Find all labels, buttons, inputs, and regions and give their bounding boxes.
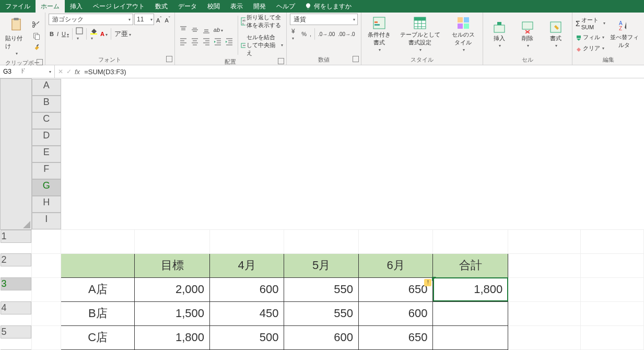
cell-E2[interactable]: 5月: [284, 253, 358, 277]
autosum-button[interactable]: Σ オート SUM▾: [576, 16, 605, 30]
tab-formulas[interactable]: 数式: [150, 0, 173, 13]
dialog-launcher-icon[interactable]: [353, 56, 359, 62]
cell-G4[interactable]: [433, 301, 508, 325]
tab-file[interactable]: ファイル: [0, 0, 36, 13]
tab-view[interactable]: 表示: [225, 0, 248, 13]
font-color-button[interactable]: A▾: [99, 30, 109, 38]
cell-B4[interactable]: B店: [61, 301, 135, 325]
cell-C3[interactable]: 2,000: [135, 277, 210, 301]
decrease-indent-button[interactable]: [213, 36, 223, 46]
grow-font-button[interactable]: Aˆ: [155, 15, 162, 25]
comma-button[interactable]: ,: [309, 30, 312, 38]
cell-D2[interactable]: 4月: [209, 253, 284, 277]
select-all-corner[interactable]: [1, 79, 32, 230]
dialog-launcher-icon[interactable]: [278, 58, 284, 64]
font-size-combo[interactable]: 11▾: [134, 14, 154, 25]
dialog-launcher-icon[interactable]: [166, 56, 172, 62]
merge-center-button[interactable]: セルを結合して中央揃え▾: [241, 33, 283, 57]
cell-D4[interactable]: 450: [209, 301, 284, 325]
col-header-B[interactable]: B: [32, 96, 61, 112]
col-header-C[interactable]: C: [32, 112, 61, 129]
wrap-text-button[interactable]: abc折り返して全体を表示する: [241, 14, 283, 29]
dialog-launcher-icon[interactable]: [37, 59, 43, 65]
format-cells-button[interactable]: 書式▾: [543, 19, 569, 50]
cell-G3[interactable]: 1,800: [433, 277, 508, 301]
col-header-I[interactable]: I: [32, 213, 61, 229]
align-right-button[interactable]: [201, 36, 212, 46]
cell-D3[interactable]: 600: [209, 277, 284, 301]
col-header-G[interactable]: G: [32, 179, 61, 196]
align-middle-button[interactable]: [190, 25, 200, 35]
delete-cells-button[interactable]: 削除▾: [514, 19, 541, 50]
cell-G5[interactable]: [433, 325, 508, 349]
cell-F3[interactable]: 650!: [358, 277, 432, 301]
insert-cells-button[interactable]: 挿入▾: [486, 19, 512, 50]
fx-icon[interactable]: fx: [75, 68, 80, 76]
cell-B5[interactable]: C店: [61, 325, 135, 349]
underline-button[interactable]: U▾: [61, 30, 70, 38]
tab-home[interactable]: ホーム: [36, 0, 65, 13]
cut-button[interactable]: [31, 19, 42, 30]
cell-E4[interactable]: 550: [284, 301, 358, 325]
col-header-F[interactable]: F: [32, 162, 61, 179]
row-header-2[interactable]: 2: [1, 253, 31, 266]
cell-D5[interactable]: 500: [209, 325, 284, 349]
cell-C5[interactable]: 1,800: [135, 325, 210, 349]
increase-indent-button[interactable]: [224, 36, 235, 46]
fill-button[interactable]: フィル▾: [576, 33, 605, 41]
format-painter-button[interactable]: [31, 42, 42, 53]
fill-color-button[interactable]: ▾: [89, 26, 98, 42]
tab-help[interactable]: ヘルプ: [271, 0, 300, 13]
tab-data[interactable]: データ: [173, 0, 202, 13]
italic-button[interactable]: I: [56, 30, 60, 38]
col-header-H[interactable]: H: [32, 196, 61, 213]
copy-button[interactable]: [31, 31, 42, 41]
error-warning-icon[interactable]: !: [424, 279, 431, 286]
clear-button[interactable]: クリア▾: [576, 44, 605, 52]
cell-B2[interactable]: [61, 253, 135, 277]
shrink-font-button[interactable]: Aˇ: [163, 15, 171, 25]
cell-F5[interactable]: 650: [358, 325, 432, 349]
sort-filter-button[interactable]: AZ並べ替フィルタ: [607, 18, 641, 51]
orientation-button[interactable]: ab▾: [213, 26, 224, 34]
cell-G2[interactable]: 合計: [433, 253, 508, 277]
cancel-icon[interactable]: ✕: [58, 68, 63, 75]
borders-button[interactable]: ▾: [75, 26, 84, 42]
bold-button[interactable]: B: [49, 30, 55, 38]
row-header-1[interactable]: 1: [1, 230, 31, 243]
align-left-button[interactable]: [178, 36, 189, 46]
conditional-format-button[interactable]: 条件付き書式▾: [365, 14, 393, 54]
tab-review[interactable]: 校閲: [202, 0, 225, 13]
cell-B3[interactable]: A店: [61, 277, 135, 301]
phonetic-button[interactable]: ア亜▾: [113, 28, 132, 40]
row-header-4[interactable]: 4: [1, 301, 31, 314]
cell-E5[interactable]: 600: [284, 325, 358, 349]
align-top-button[interactable]: [178, 25, 189, 35]
col-header-A[interactable]: A: [32, 79, 61, 96]
worksheet[interactable]: A B C D E F G H I 1 2 目標 4月 5月 6月 合計 3 A…: [0, 78, 644, 350]
accounting-button[interactable]: ¥▾: [290, 26, 299, 42]
cell-C4[interactable]: 1,500: [135, 301, 210, 325]
font-name-combo[interactable]: 游ゴシック▾: [49, 14, 133, 25]
tab-insert[interactable]: 挿入: [65, 0, 88, 13]
cell-styles-button[interactable]: セルのスタイル▾: [447, 14, 479, 54]
formula-input[interactable]: [83, 67, 294, 76]
cell-F4[interactable]: 600: [358, 301, 432, 325]
cell-C2[interactable]: 目標: [135, 253, 210, 277]
paste-button[interactable]: 貼り付け▾: [3, 14, 29, 58]
percent-button[interactable]: %: [300, 30, 308, 38]
col-header-E[interactable]: E: [32, 146, 61, 162]
col-header-D[interactable]: D: [32, 129, 61, 146]
align-bottom-button[interactable]: [201, 25, 212, 35]
cell-F2[interactable]: 6月: [358, 253, 432, 277]
tab-page-layout[interactable]: ページ レイアウト: [88, 0, 150, 13]
number-format-combo[interactable]: 通貨▾: [290, 14, 358, 25]
tab-developer[interactable]: 開発: [248, 0, 271, 13]
format-as-table-button[interactable]: テーブルとして書式設定▾: [395, 14, 444, 54]
tell-me[interactable]: 何をしますか: [300, 2, 356, 11]
enter-icon[interactable]: ✓: [66, 68, 72, 75]
increase-decimal-button[interactable]: .0→.00: [317, 30, 336, 38]
decrease-decimal-button[interactable]: .00→.0: [337, 30, 356, 38]
cell-E3[interactable]: 550: [284, 277, 358, 301]
row-header-3[interactable]: 3: [1, 277, 31, 290]
